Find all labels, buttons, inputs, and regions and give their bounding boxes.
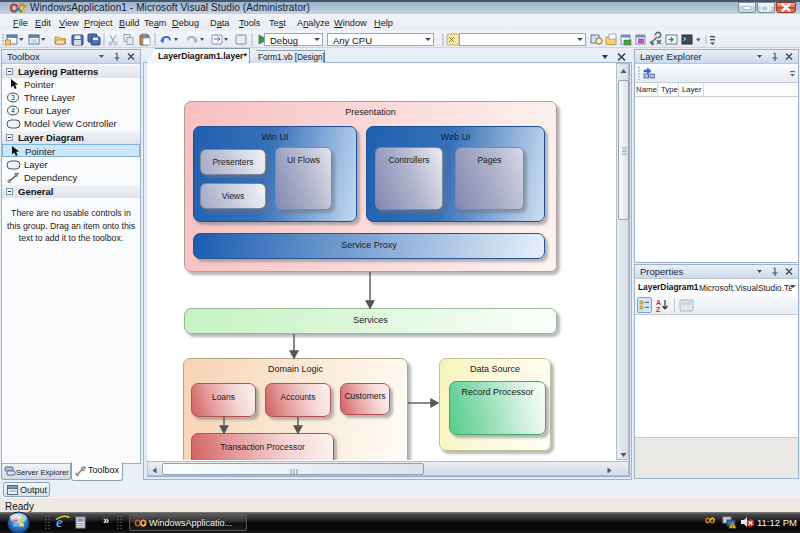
svg-text:A: A <box>656 299 661 306</box>
svg-text:Z: Z <box>656 306 661 313</box>
svg-text:11:12 PM: 11:12 PM <box>757 517 797 528</box>
svg-text:»: » <box>103 514 109 526</box>
svg-text:4: 4 <box>11 107 15 114</box>
svg-text:3: 3 <box>11 94 15 101</box>
